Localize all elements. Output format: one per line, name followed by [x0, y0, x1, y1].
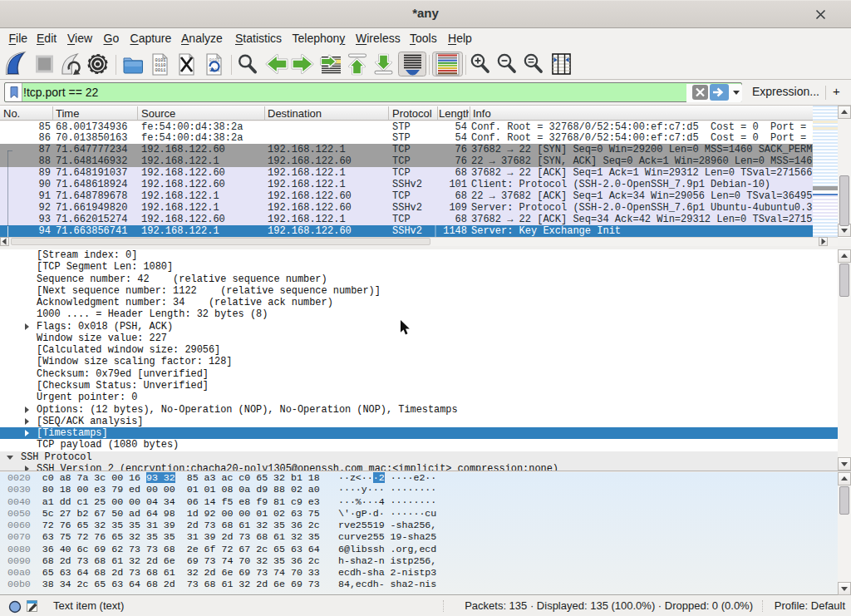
svg-text:0011: 0011 — [155, 68, 166, 73]
